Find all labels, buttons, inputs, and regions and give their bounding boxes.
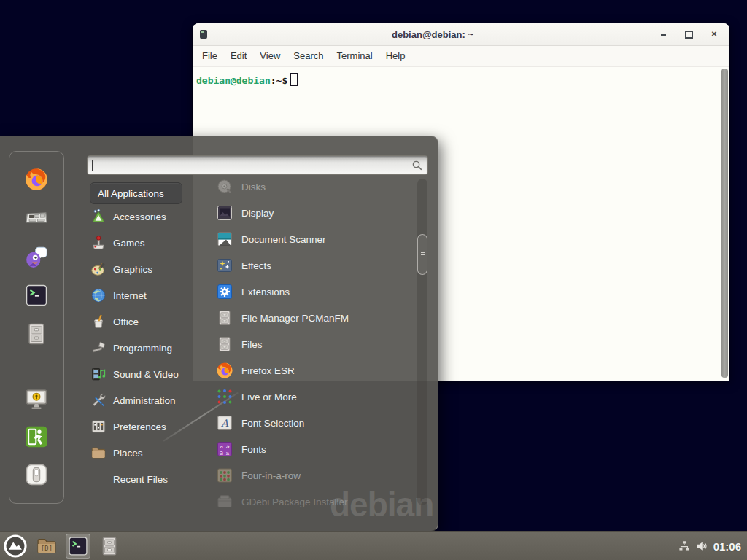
terminal-menu-view[interactable]: View (253, 46, 287, 66)
app-disks[interactable]: Disks (210, 174, 414, 200)
application-list: DisksDisplayDocument ScannerEffectsExten… (210, 174, 414, 514)
category-places[interactable]: Places (86, 440, 204, 466)
terminal-scrollbar[interactable] (721, 69, 728, 378)
taskbar: [D] 01:06 (0, 531, 747, 560)
category-label: Programming (113, 343, 172, 354)
taskbar-files-button[interactable] (97, 534, 122, 559)
terminal-titlebar[interactable]: debian@debian: ~ ✕ (193, 23, 729, 46)
minimize-button[interactable] (658, 29, 668, 39)
application-menu: debian All Applications AccessoriesGames… (0, 136, 438, 532)
four-in-a-row-icon (216, 467, 233, 484)
app-label: Five or More (241, 392, 297, 402)
app-file-manager-pcmanfm[interactable]: File Manager PCManFM (210, 305, 414, 331)
category-label: Sound & Video (113, 369, 179, 380)
app-five-or-more[interactable]: Five or More (210, 384, 414, 410)
logout-icon (24, 424, 49, 449)
category-games[interactable]: Games (86, 230, 204, 256)
app-label: Font Selection (241, 418, 304, 429)
taskbar-terminal-button[interactable] (66, 534, 90, 559)
terminal-window-icon (200, 30, 207, 39)
internet-icon (90, 287, 107, 303)
terminal-menu-file[interactable]: File (196, 46, 224, 66)
terminal-menu-edit[interactable]: Edit (224, 46, 253, 66)
window-controls: ✕ (658, 29, 719, 39)
app-label: Document Scanner (241, 234, 326, 245)
app-label: File Manager PCManFM (241, 313, 349, 324)
file-cabinet-icon (98, 535, 120, 557)
category-preferences[interactable]: Preferences (86, 413, 204, 440)
terminal-cursor (290, 73, 298, 86)
category-internet[interactable]: Internet (86, 282, 204, 308)
games-icon (90, 235, 107, 251)
font-selection-icon: A (216, 414, 233, 432)
app-display[interactable]: Display (210, 200, 414, 226)
sidebar-file-manager-button[interactable] (24, 322, 49, 346)
category-accessories[interactable]: Accessories (86, 203, 204, 230)
app-four-in-a-row[interactable]: Four-in-a-row (210, 462, 414, 489)
terminal-app-icon (67, 535, 89, 557)
sidebar-shutdown-button[interactable] (24, 462, 49, 487)
extensions-icon (216, 283, 233, 300)
terminal-menubar: FileEditViewSearchTerminalHelp (193, 46, 729, 67)
app-font-selection[interactable]: AFont Selection (210, 410, 414, 436)
maximize-button[interactable] (684, 29, 694, 39)
terminal-app-icon (24, 283, 49, 308)
app-label: Extensions (241, 287, 290, 298)
category-label: Games (113, 238, 145, 249)
category-graphics[interactable]: Graphics (86, 256, 204, 282)
display-icon (216, 204, 233, 222)
svg-text:A: A (220, 417, 229, 429)
sidebar-lock-screen-button[interactable] (24, 386, 49, 411)
app-document-scanner[interactable]: Document Scanner (210, 226, 414, 252)
app-fonts[interactable]: aaaaFonts (210, 436, 414, 462)
programming-icon (90, 340, 107, 356)
svg-text:[D]: [D] (41, 545, 53, 552)
category-label: Places (113, 448, 143, 459)
keyboard-icon (24, 206, 49, 230)
taskbar-file-manager-pcmanfm-button[interactable]: [D] (34, 534, 59, 559)
sidebar-firefox-button[interactable] (24, 167, 49, 192)
search-input[interactable] (88, 157, 411, 174)
app-gdebi-package-installer[interactable]: GDebi Package Installer (210, 489, 414, 514)
category-sound-video[interactable]: Sound & Video (86, 361, 204, 387)
all-applications-button[interactable]: All Applications (90, 182, 182, 204)
gdebi-icon (216, 493, 233, 510)
disks-icon (216, 178, 233, 195)
search-bar[interactable] (87, 155, 428, 175)
sidebar-log-out-button[interactable] (24, 424, 49, 449)
places-icon (90, 445, 107, 461)
terminal-menu-help[interactable]: Help (379, 46, 412, 66)
tray-volume-icon[interactable] (695, 540, 708, 553)
sidebar-terminal-button[interactable] (24, 283, 49, 308)
category-label: Graphics (113, 264, 152, 275)
category-office[interactable]: Office (86, 308, 204, 335)
app-firefox-esr[interactable]: Firefox ESR (210, 357, 414, 384)
app-label: Effects (241, 260, 271, 271)
terminal-menu-terminal[interactable]: Terminal (330, 46, 379, 66)
sidebar-pidgin-button[interactable] (24, 244, 49, 269)
start-menu-icon (3, 534, 28, 559)
close-button[interactable]: ✕ (709, 29, 719, 39)
prompt-user-host: debian@debian (196, 75, 271, 86)
document-scanner-icon (216, 230, 233, 248)
terminal-menu-search[interactable]: Search (287, 46, 330, 66)
administration-icon (90, 392, 107, 408)
sound-video-icon (90, 366, 107, 382)
category-recent-files[interactable]: Recent Files (86, 466, 204, 492)
sidebar-main-menu-editor-button[interactable] (24, 206, 49, 230)
app-list-scrollbar[interactable] (417, 179, 427, 505)
taskbar-applications-menu-button[interactable] (3, 534, 28, 559)
app-effects[interactable]: Effects (210, 252, 414, 279)
app-label: GDebi Package Installer (241, 497, 348, 508)
all-applications-label: All Applications (98, 188, 164, 199)
category-programming[interactable]: Programming (86, 335, 204, 361)
taskbar-clock[interactable]: 01:06 (713, 540, 741, 553)
category-administration[interactable]: Administration (86, 387, 204, 413)
app-label: Display (241, 208, 274, 219)
tray-network-icon[interactable] (678, 540, 691, 553)
maximize-icon (685, 31, 693, 39)
app-extensions[interactable]: Extensions (210, 279, 414, 305)
app-list-scrollbar-thumb[interactable] (417, 234, 427, 275)
app-files[interactable]: Files (210, 331, 414, 357)
app-label: Files (241, 339, 263, 350)
